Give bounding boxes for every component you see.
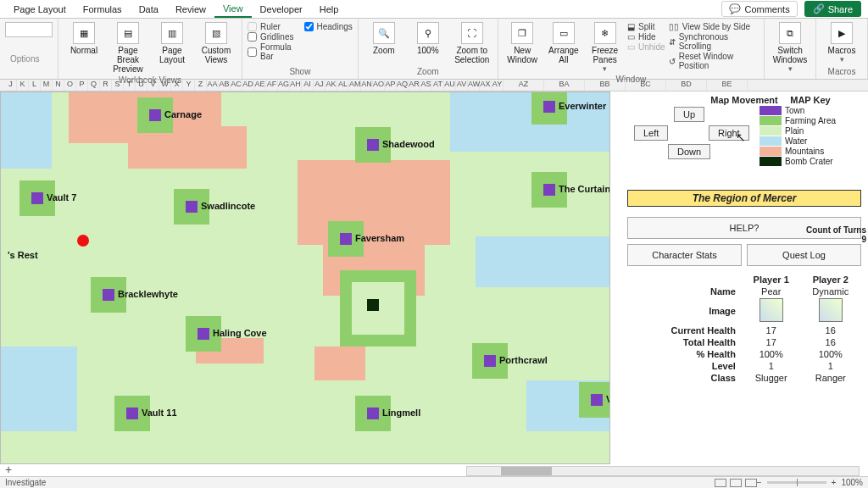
town-label: Porthcrawl — [499, 355, 548, 365]
town-label: Swadlincote — [201, 201, 255, 211]
normal-view-icon[interactable] — [715, 479, 726, 487]
zoom-100-button[interactable]: ⚲100% — [408, 20, 448, 57]
town-marker[interactable] — [543, 101, 555, 113]
bomb-crater-marker — [367, 299, 379, 311]
share-button[interactable]: 🔗 Share — [804, 1, 861, 17]
sheet-tabs[interactable]: + — [5, 463, 12, 476]
name-box[interactable] — [5, 22, 53, 37]
status-bar: Investigate − + 100% — [0, 476, 868, 488]
town-marker[interactable] — [103, 289, 114, 301]
tab-data[interactable]: Data — [131, 2, 167, 17]
player1-avatar — [760, 298, 783, 322]
town-marker[interactable] — [31, 192, 43, 204]
count-of-turns: Count of Turns 9 — [806, 225, 866, 244]
headings-checkbox[interactable]: Headings — [304, 22, 353, 31]
tab-page-layout[interactable]: Page Layout — [5, 2, 75, 17]
quest-log-button[interactable]: Quest Log — [747, 244, 861, 266]
legend-town-swatch — [760, 106, 782, 115]
group-show: Show — [248, 67, 353, 79]
zoom-slider[interactable] — [767, 481, 826, 484]
move-down-button[interactable]: Down — [668, 144, 710, 159]
town-marker[interactable] — [543, 184, 555, 196]
tab-help[interactable]: Help — [311, 2, 348, 17]
town-label: Lingmell — [382, 408, 420, 418]
legend-plain-swatch — [760, 126, 782, 136]
status-mode: Investigate — [5, 478, 46, 487]
town-marker[interactable] — [484, 355, 496, 367]
move-left-button[interactable]: Left — [634, 125, 668, 141]
town-marker[interactable] — [591, 394, 603, 406]
tab-view[interactable]: View — [214, 1, 252, 18]
town-marker[interactable] — [340, 233, 352, 245]
player-stats-table: Player 1Player 2 NamePearDynamic Image C… — [627, 273, 861, 385]
zoom-button[interactable]: 🔍Zoom — [364, 20, 404, 57]
game-map[interactable]: CarnageEverwinterShadewoodVault 7Swadlin… — [0, 92, 610, 464]
town-label: Shadewood — [382, 139, 435, 149]
normal-view-button[interactable]: ▦Normal — [64, 20, 104, 57]
comments-button[interactable]: 💬 Comments — [721, 1, 797, 17]
unhide-button[interactable]: ▭ Unhide — [627, 42, 665, 52]
move-up-button[interactable]: Up — [674, 107, 704, 122]
options-button[interactable]: Options — [10, 54, 53, 64]
page-break-view-icon[interactable] — [745, 479, 757, 487]
town-marker[interactable] — [126, 408, 138, 419]
town-marker[interactable] — [149, 109, 161, 121]
tab-developer[interactable]: Developer — [252, 2, 311, 17]
legend-farming-swatch — [760, 116, 782, 125]
freeze-panes-button[interactable]: ❄Freeze Panes — [586, 20, 624, 75]
column-headers[interactable]: JKLMNOPQRSTUVWXYZAAABACADAEAFAGAHAIAJAKA… — [0, 80, 868, 92]
arrange-all-button[interactable]: ▭Arrange All — [545, 20, 583, 66]
gridlines-checkbox[interactable]: Gridlines — [248, 32, 301, 42]
town-marker[interactable] — [186, 201, 198, 213]
formula-bar-checkbox[interactable]: Formula Bar — [248, 42, 301, 61]
side-by-side-button: ▯▯ View Side by Side — [669, 22, 759, 31]
legend-title: MAP Key — [760, 95, 861, 105]
group-macros: Macros — [821, 67, 862, 79]
town-label: Haling Cove — [213, 328, 267, 338]
split-button[interactable]: ⬓ Split — [627, 22, 665, 31]
zoom-in-button[interactable]: + — [832, 478, 837, 487]
legend-water-swatch — [760, 136, 782, 146]
town-label: 's Rest — [8, 250, 38, 260]
tab-formulas[interactable]: Formulas — [75, 2, 131, 17]
ruler-checkbox[interactable]: Ruler — [248, 22, 301, 31]
reset-pos-button: ↺ Reset Window Position — [669, 52, 759, 70]
group-zoom: Zoom — [364, 67, 492, 79]
page-layout-view-icon[interactable] — [730, 479, 742, 487]
page-break-button[interactable]: ▤Page Break Preview — [108, 20, 148, 75]
custom-views-button[interactable]: ▧Custom Views — [196, 20, 236, 66]
town-label: Bracklewhyte — [118, 289, 178, 299]
new-window-button[interactable]: ❐New Window — [504, 20, 542, 66]
zoom-level[interactable]: 100% — [841, 478, 863, 487]
zoom-selection-button[interactable]: ⛶Zoom to Selection — [452, 20, 492, 66]
tab-review[interactable]: Review — [167, 2, 214, 17]
map-legend: MAP Key Town Farming Area Plain Water Mo… — [760, 95, 861, 166]
cursor-icon: ↖ — [736, 130, 746, 144]
sync-scroll-button: ⇵ Synchronous Scrolling — [669, 32, 759, 51]
character-stats-button[interactable]: Character Stats — [627, 244, 742, 266]
zoom-out-button[interactable]: − — [757, 478, 762, 487]
region-banner: The Region of Mercer — [627, 190, 861, 207]
macros-button[interactable]: ▶Macros — [821, 20, 862, 65]
legend-mountains-swatch — [760, 147, 782, 156]
town-label: Everwinter — [559, 101, 606, 111]
town-label: Faversham — [355, 233, 404, 243]
town-marker[interactable] — [367, 408, 379, 419]
horizontal-scrollbar[interactable] — [466, 466, 860, 476]
town-label: Vault 11 — [142, 408, 177, 418]
switch-windows-button[interactable]: ⧉Switch Windows — [770, 20, 810, 75]
town-label: The Curtains — [559, 184, 610, 194]
side-panel: Map Movement Up Left Right Down ↖ MAP Ke… — [610, 92, 868, 464]
ribbon-tabs: Page Layout Formulas Data Review View De… — [0, 0, 868, 19]
legend-crater-swatch — [760, 157, 782, 166]
page-layout-button[interactable]: ▥Page Layout — [152, 20, 192, 66]
town-marker[interactable] — [367, 139, 379, 151]
player2-avatar — [819, 298, 843, 322]
town-label: Carnage — [164, 109, 202, 119]
town-label: Vault 7 — [47, 192, 76, 202]
add-sheet-button[interactable]: + — [5, 463, 12, 476]
player-marker[interactable] — [77, 235, 89, 247]
ribbon: Options ▦Normal ▤Page Break Preview ▥Pag… — [0, 19, 868, 80]
town-marker[interactable] — [198, 328, 209, 340]
hide-button[interactable]: ▭ Hide — [627, 32, 665, 42]
